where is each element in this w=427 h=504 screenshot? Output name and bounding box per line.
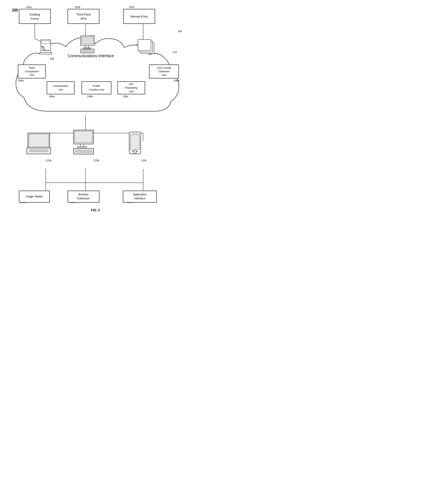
svg-rect-35 xyxy=(29,149,49,153)
pages-svg xyxy=(137,39,157,56)
fig-caption: FIG. 2 xyxy=(76,208,115,212)
classification-unit-label: ClassificationUnit xyxy=(53,84,69,91)
server-icon-108 xyxy=(38,39,54,57)
cloud-region: 104 Communications Interface 106 108 xyxy=(12,28,183,117)
ref-114: 114 xyxy=(173,51,177,54)
svg-rect-51 xyxy=(132,133,138,134)
svg-point-49 xyxy=(132,151,133,152)
profile-creation-unit-box: ProfileCreation Unit xyxy=(82,82,111,94)
svg-rect-47 xyxy=(130,135,140,149)
application-interface-label: ApplicationInterface xyxy=(133,193,147,200)
svg-rect-43 xyxy=(75,149,92,153)
svg-rect-26 xyxy=(84,48,91,49)
svg-rect-40 xyxy=(81,144,84,146)
manual-entry-label: Manual Entry xyxy=(130,14,148,18)
computer-icon-106 xyxy=(79,35,99,55)
third-party-apis-label: Third PartyAPIs xyxy=(76,12,91,21)
application-interface-box: ApplicationInterface xyxy=(123,191,157,203)
svg-rect-22 xyxy=(40,53,52,54)
ref-106c: 106c xyxy=(123,95,129,98)
profile-creation-unit-label: ProfileCreation Unit xyxy=(89,84,104,91)
field-comparison-unit-box: FieldComparisonUnit xyxy=(18,65,46,78)
user-activity-collection-unit-label: User ActivityCollectionUnit xyxy=(157,66,171,77)
desktop-svg xyxy=(72,129,97,157)
ref-110b: 110b xyxy=(93,159,99,162)
info-populating-unit-label: InfoPopulatingUnit xyxy=(125,82,137,93)
classification-unit-box: ClassificationUnit xyxy=(47,82,75,94)
svg-rect-20 xyxy=(42,46,43,47)
ref-102a: 102a xyxy=(26,6,32,8)
info-populating-unit-box: InfoPopulatingUnit xyxy=(117,82,145,94)
field-comparison-unit-label: FieldComparisonUnit xyxy=(25,66,39,77)
svg-rect-39 xyxy=(75,131,92,143)
browser-extension-label: BrowserExtension xyxy=(77,193,90,200)
server-svg xyxy=(38,39,54,57)
laptop-icon-110a xyxy=(26,132,54,156)
ref-108: 108 xyxy=(50,57,54,60)
ref-102c: 102c xyxy=(129,6,134,8)
svg-rect-25 xyxy=(85,46,88,48)
desktop-icon-110b xyxy=(72,129,97,157)
existing-forms-box: ExistingForms xyxy=(19,9,51,24)
ref-106d: 106d xyxy=(18,79,24,82)
svg-rect-21 xyxy=(42,50,50,51)
ref-102b: 102b xyxy=(75,6,80,8)
ref-106e: 106e xyxy=(174,79,179,82)
existing-forms-label: ExistingForms xyxy=(30,12,40,21)
image-viewer-label: Image Viewer xyxy=(26,195,43,199)
computer-svg xyxy=(79,35,99,55)
image-viewer-box: Image Viewer xyxy=(19,191,50,203)
svg-point-50 xyxy=(137,151,138,152)
mobile-svg xyxy=(127,131,143,157)
ref-104: 104 xyxy=(177,30,182,33)
mobile-icon-110c xyxy=(127,131,143,157)
ref-110c: 110c xyxy=(141,159,147,162)
svg-rect-31 xyxy=(138,39,151,51)
user-activity-collection-unit-box: User ActivityCollectionUnit xyxy=(149,65,179,78)
ref-106a: 106a xyxy=(49,95,54,98)
manual-entry-box: Manual Entry xyxy=(123,9,155,24)
pages-icon-114 xyxy=(137,39,157,56)
browser-extension-box: BrowserExtension xyxy=(68,191,99,203)
third-party-apis-box: Third PartyAPIs xyxy=(68,9,99,24)
ref-110a: 110a xyxy=(46,159,52,162)
diagram-container: 100 102a ExistingForms 102b Third PartyA… xyxy=(0,0,214,252)
ref-106b: 106b xyxy=(87,95,93,98)
svg-rect-28 xyxy=(82,50,93,52)
diagram-title: 100 xyxy=(12,8,18,12)
svg-rect-41 xyxy=(77,146,86,148)
svg-rect-33 xyxy=(29,134,49,147)
laptop-svg xyxy=(26,132,54,156)
svg-rect-24 xyxy=(82,37,93,44)
